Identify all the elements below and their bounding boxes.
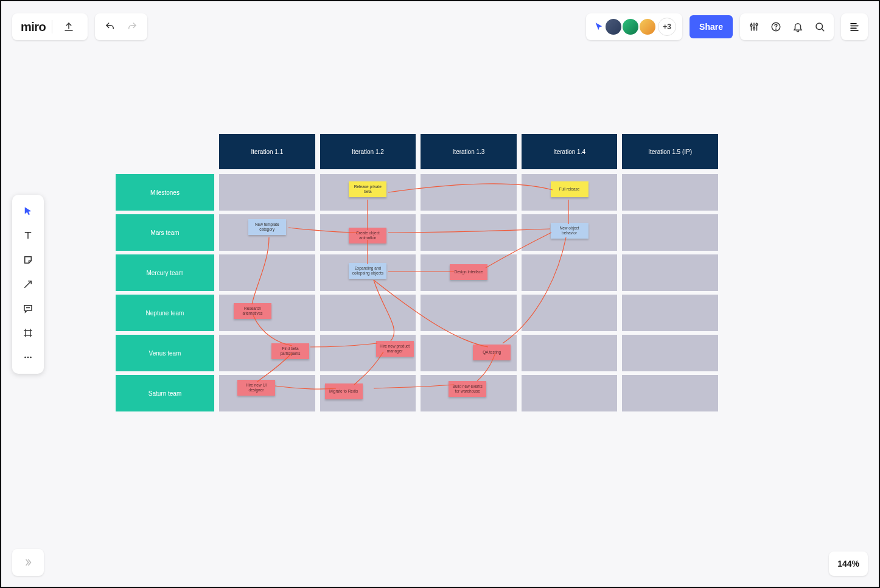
avatar[interactable]: [604, 18, 623, 36]
cell[interactable]: [219, 254, 315, 291]
cell[interactable]: QA testing: [421, 335, 517, 371]
cell[interactable]: [320, 295, 416, 331]
cell[interactable]: [421, 214, 517, 251]
help-icon[interactable]: [766, 16, 786, 37]
row-header[interactable]: Venus team: [116, 335, 214, 371]
row-header[interactable]: Mercury team: [116, 254, 214, 291]
sticky-note[interactable]: Expanding and collapsing objects: [349, 263, 386, 279]
comment-tool-icon[interactable]: [16, 298, 40, 319]
divider: [52, 20, 52, 33]
logo-pill: miro: [12, 13, 88, 40]
cell[interactable]: [522, 375, 618, 411]
cell[interactable]: Release private beta: [320, 174, 416, 211]
share-button[interactable]: Share: [690, 15, 733, 38]
settings-icon[interactable]: [744, 16, 764, 37]
cell[interactable]: [421, 295, 517, 331]
text-tool-icon[interactable]: [16, 225, 40, 246]
export-icon[interactable]: [58, 16, 79, 37]
row-header[interactable]: Neptune team: [116, 295, 214, 331]
row-header[interactable]: Mars team: [116, 214, 214, 251]
search-icon[interactable]: [809, 16, 830, 37]
cell[interactable]: Migrate to Redis: [320, 375, 416, 411]
cell[interactable]: Research alternatives: [219, 295, 315, 331]
svg-point-1: [753, 27, 755, 29]
sticky-note-tool-icon[interactable]: [16, 250, 40, 270]
arrow-tool-icon[interactable]: [16, 274, 40, 295]
cell[interactable]: Expanding and collapsing objects: [320, 254, 416, 291]
table-row: Venus team Find beta participants Hire n…: [116, 335, 718, 371]
cell[interactable]: Design interface: [421, 254, 517, 291]
top-bar: miro: [12, 12, 868, 41]
sticky-note[interactable]: Hire new UI designer: [237, 380, 275, 396]
sticky-note[interactable]: Full release: [551, 181, 588, 197]
column-header[interactable]: Iteration 1.4: [522, 134, 618, 169]
table-row: Mars team New template category Create o…: [116, 214, 718, 251]
svg-point-4: [776, 29, 777, 29]
presence-cursor-icon: [592, 20, 606, 33]
avatar[interactable]: [621, 18, 640, 36]
board-canvas[interactable]: Iteration 1.1 Iteration 1.2 Iteration 1.…: [116, 134, 718, 415]
cell[interactable]: Create object animation: [320, 214, 416, 251]
cell[interactable]: [622, 214, 718, 251]
svg-point-2: [756, 24, 758, 26]
column-header[interactable]: Iteration 1.5 (IP): [622, 134, 718, 169]
presence-pill: +3: [586, 13, 682, 40]
column-header[interactable]: Iteration 1.2: [320, 134, 416, 169]
cell[interactable]: New object behavior: [522, 214, 618, 251]
svg-point-6: [24, 357, 26, 359]
cell[interactable]: Build new events for warehouse: [421, 375, 517, 411]
more-tools-icon[interactable]: [16, 347, 40, 368]
sticky-note[interactable]: Research alternatives: [234, 303, 271, 319]
sticky-note[interactable]: Create object animation: [349, 228, 386, 243]
sticky-note[interactable]: Release private beta: [349, 181, 386, 197]
avatar-overflow-count[interactable]: +3: [658, 18, 676, 36]
sticky-note[interactable]: Design interface: [450, 264, 487, 280]
svg-point-0: [750, 24, 752, 26]
row-header[interactable]: Saturn team: [116, 375, 214, 411]
select-tool-icon[interactable]: [16, 201, 40, 222]
cell[interactable]: Find beta participants: [219, 335, 315, 371]
sticky-note[interactable]: Find beta participants: [271, 343, 309, 359]
cell[interactable]: [622, 335, 718, 371]
svg-point-8: [30, 357, 32, 359]
row-header[interactable]: Milestones: [116, 174, 214, 211]
column-header[interactable]: Iteration 1.3: [421, 134, 517, 169]
sticky-note[interactable]: Hire new product manager: [376, 341, 414, 357]
sticky-note[interactable]: New object behavior: [551, 223, 588, 239]
cell[interactable]: Hire new product manager: [320, 335, 416, 371]
app-frame: miro: [0, 0, 880, 588]
avatar[interactable]: [638, 18, 657, 36]
collapse-panel-button[interactable]: [12, 549, 44, 576]
zoom-level[interactable]: 144%: [829, 551, 868, 576]
bell-icon[interactable]: [787, 16, 808, 37]
cell[interactable]: [622, 174, 718, 211]
cell[interactable]: [622, 295, 718, 331]
cell[interactable]: Hire new UI designer: [219, 375, 315, 411]
cell[interactable]: [522, 335, 618, 371]
cell[interactable]: [522, 295, 618, 331]
cell[interactable]: Full release: [522, 174, 618, 211]
undo-icon[interactable]: [100, 16, 120, 37]
table-row: Mercury team Expanding and collapsing ob…: [116, 254, 718, 291]
cell[interactable]: New template category: [219, 214, 315, 251]
top-right-cluster: +3 Share: [586, 12, 868, 41]
sticky-note[interactable]: Build new events for warehouse: [449, 381, 486, 397]
cell[interactable]: [622, 375, 718, 411]
table-row: Milestones Release private beta Full rel…: [116, 174, 718, 211]
cell[interactable]: [522, 254, 618, 291]
tool-rail: [12, 195, 44, 374]
logo-text[interactable]: miro: [21, 20, 46, 34]
frame-tool-icon[interactable]: [16, 323, 40, 343]
table-row: Saturn team Hire new UI designer Migrate…: [116, 375, 718, 411]
cell[interactable]: [219, 174, 315, 211]
sticky-note[interactable]: QA testing: [473, 345, 511, 360]
redo-icon[interactable]: [122, 16, 142, 37]
cell[interactable]: [622, 254, 718, 291]
column-header[interactable]: Iteration 1.1: [219, 134, 315, 169]
undo-redo-pill: [95, 13, 147, 40]
cell[interactable]: [421, 174, 517, 211]
activity-pill[interactable]: [841, 13, 868, 40]
sticky-note[interactable]: New template category: [248, 219, 286, 235]
right-tools-pill: [740, 13, 834, 40]
sticky-note[interactable]: Migrate to Redis: [325, 383, 363, 399]
